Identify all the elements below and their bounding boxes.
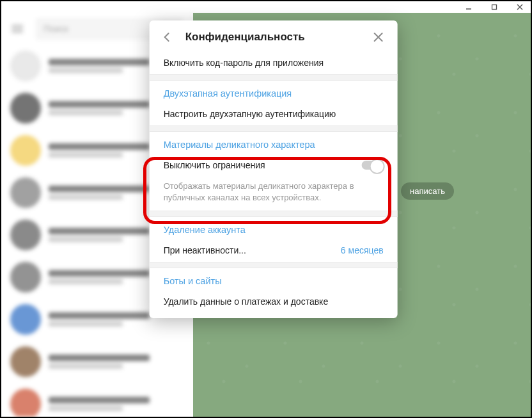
window-titlebar xyxy=(1,1,531,13)
avatar xyxy=(10,220,41,250)
bots-title: Боты и сайты xyxy=(150,268,398,290)
delete-inactive-label: При неактивности... xyxy=(164,245,246,255)
modal-header: Конфиденциальность xyxy=(150,20,398,51)
clear-payment-label: Удалить данные о платежах и доставке xyxy=(164,296,329,307)
avatar xyxy=(10,51,41,81)
section-separator xyxy=(150,262,398,268)
sensitive-title: Материалы деликатного характера xyxy=(150,132,398,154)
enable-passcode-row[interactable]: Включить код-пароль для приложения xyxy=(150,51,398,74)
back-button[interactable] xyxy=(160,29,175,45)
avatar xyxy=(10,177,41,208)
write-button[interactable]: написать xyxy=(401,182,454,200)
section-separator xyxy=(150,125,398,132)
section-separator xyxy=(150,211,398,217)
delete-inactive-value: 6 месяцев xyxy=(341,245,384,255)
disable-filtering-toggle[interactable] xyxy=(362,161,384,170)
privacy-settings-modal: Конфиденциальность Включить код-пароль д… xyxy=(150,20,398,318)
sensitive-hint: Отображать материалы деликатного характе… xyxy=(150,177,398,211)
delete-inactive-row[interactable]: При неактивности... 6 месяцев xyxy=(150,239,398,262)
avatar xyxy=(10,262,41,293)
disable-filtering-label: Выключить ограничения xyxy=(164,160,265,170)
window-maximize-button[interactable] xyxy=(486,3,503,12)
avatar xyxy=(10,346,41,377)
disable-filtering-row[interactable]: Выключить ограничения xyxy=(150,154,398,177)
avatar xyxy=(10,304,41,335)
delete-account-title: Удаление аккаунта xyxy=(150,217,398,239)
window-minimize-button[interactable] xyxy=(460,3,477,12)
window-close-button[interactable] xyxy=(512,3,528,12)
modal-title: Конфиденциальность xyxy=(185,31,371,44)
enable-passcode-label: Включить код-пароль для приложения xyxy=(164,58,324,68)
two-step-label: Настроить двухэтапную аутентификацию xyxy=(164,109,336,119)
avatar xyxy=(10,389,41,417)
two-step-title: Двухэтапная аутентификация xyxy=(150,81,398,102)
close-button[interactable] xyxy=(371,29,386,45)
menu-icon[interactable] xyxy=(12,25,23,33)
avatar xyxy=(10,93,41,124)
avatar xyxy=(10,135,41,166)
two-step-row[interactable]: Настроить двухэтапную аутентификацию xyxy=(150,102,398,125)
clear-payment-row[interactable]: Удалить данные о платежах и доставке xyxy=(150,290,398,318)
svg-rect-1 xyxy=(492,5,497,10)
chat-item[interactable] xyxy=(1,383,192,417)
chat-item[interactable] xyxy=(1,341,192,383)
section-separator xyxy=(150,74,398,81)
